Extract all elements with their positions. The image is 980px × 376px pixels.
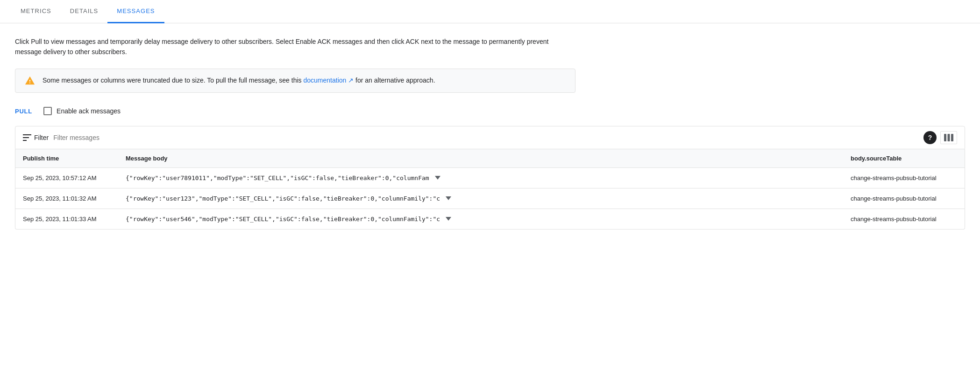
svg-rect-5 xyxy=(951,134,953,141)
cell-body-source-table: change-streams-pubsub-tutorial xyxy=(843,188,965,209)
columns-icon xyxy=(944,134,953,141)
table-row: Sep 25, 2023, 10:57:12 AM{"rowKey":"user… xyxy=(15,167,965,188)
alert-text-after: for an alternative approach. xyxy=(354,77,435,84)
main-content: Click Pull to view messages and temporar… xyxy=(0,23,980,243)
svg-rect-4 xyxy=(948,134,950,141)
enable-ack-text: Enable ack messages xyxy=(57,107,121,115)
filter-icon xyxy=(23,134,31,141)
enable-ack-checkbox[interactable] xyxy=(43,107,52,115)
table-header-row: Publish time Message body body.sourceTab… xyxy=(15,149,965,168)
enable-ack-label[interactable]: Enable ack messages xyxy=(43,107,121,115)
pull-button[interactable]: PULL xyxy=(15,106,32,117)
filter-bar: Filter ? xyxy=(15,126,965,149)
svg-rect-1 xyxy=(23,137,29,138)
table-row: Sep 25, 2023, 11:01:32 AM{"rowKey":"user… xyxy=(15,188,965,209)
alert-text-before: Some messages or columns were truncated … xyxy=(43,77,303,84)
tab-details[interactable]: DETAILS xyxy=(61,0,108,23)
tab-bar: METRICS DETAILS MESSAGES xyxy=(0,0,980,23)
toolbar: PULL Enable ack messages xyxy=(15,106,965,117)
warning-icon xyxy=(25,76,35,86)
cell-publish-time: Sep 25, 2023, 11:01:33 AM xyxy=(15,209,118,229)
cell-body-source-table: change-streams-pubsub-tutorial xyxy=(843,209,965,229)
svg-rect-3 xyxy=(944,134,946,141)
cell-message-body: {"rowKey":"user546","modType":"SET_CELL"… xyxy=(118,209,843,229)
message-body-text: {"rowKey":"user123","modType":"SET_CELL"… xyxy=(126,195,440,202)
message-body-text: {"rowKey":"user7891011","modType":"SET_C… xyxy=(126,174,429,181)
filter-input[interactable] xyxy=(53,134,919,141)
description-text: Click Pull to view messages and temporar… xyxy=(15,36,575,57)
col-header-publish-time: Publish time xyxy=(15,149,118,168)
documentation-link[interactable]: documentation ↗ xyxy=(303,77,354,84)
alert-text: Some messages or columns were truncated … xyxy=(43,76,435,85)
tab-metrics[interactable]: METRICS xyxy=(11,0,61,23)
messages-table: Publish time Message body body.sourceTab… xyxy=(15,149,965,229)
cell-publish-time: Sep 25, 2023, 11:01:32 AM xyxy=(15,188,118,209)
columns-button[interactable] xyxy=(940,131,957,144)
svg-rect-0 xyxy=(23,134,31,135)
expand-row-icon[interactable] xyxy=(446,217,451,221)
svg-rect-2 xyxy=(23,140,27,141)
cell-publish-time: Sep 25, 2023, 10:57:12 AM xyxy=(15,167,118,188)
col-header-body-source-table: body.sourceTable xyxy=(843,149,965,168)
filter-right: ? xyxy=(923,131,957,144)
alert-box: Some messages or columns were truncated … xyxy=(15,69,575,93)
cell-body-source-table: change-streams-pubsub-tutorial xyxy=(843,167,965,188)
cell-message-body: {"rowKey":"user7891011","modType":"SET_C… xyxy=(118,167,843,188)
table-row: Sep 25, 2023, 11:01:33 AM{"rowKey":"user… xyxy=(15,209,965,229)
filter-label: Filter xyxy=(34,134,49,141)
message-body-text: {"rowKey":"user546","modType":"SET_CELL"… xyxy=(126,216,440,223)
cell-message-body: {"rowKey":"user123","modType":"SET_CELL"… xyxy=(118,188,843,209)
expand-row-icon[interactable] xyxy=(446,196,451,200)
tab-messages[interactable]: MESSAGES xyxy=(107,0,164,23)
messages-table-container: Publish time Message body body.sourceTab… xyxy=(15,149,965,230)
help-button[interactable]: ? xyxy=(923,131,937,144)
col-header-message-body: Message body xyxy=(118,149,843,168)
expand-row-icon[interactable] xyxy=(435,176,440,180)
filter-icon-area: Filter xyxy=(23,134,49,141)
